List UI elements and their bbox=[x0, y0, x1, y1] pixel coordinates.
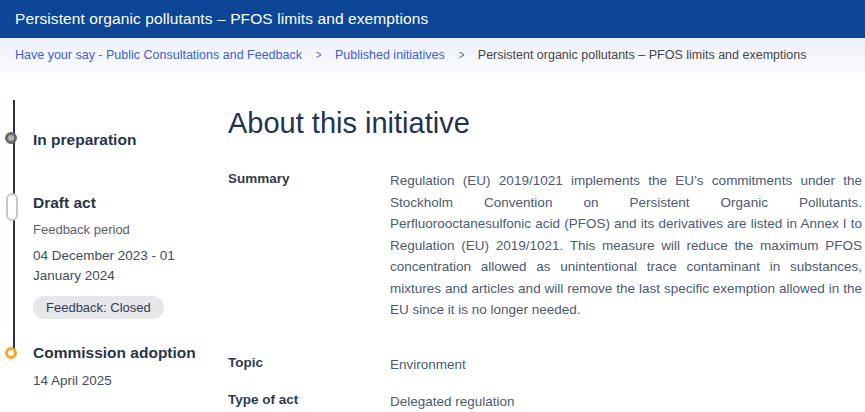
field-label: Topic bbox=[228, 354, 390, 376]
timeline-marker-draft-act-icon bbox=[6, 193, 18, 221]
breadcrumb-current-page: Persistent organic pollutants – PFOS lim… bbox=[478, 48, 807, 62]
stage-dates: 04 December 2023 - 01 January 2024 bbox=[33, 246, 205, 286]
field-row-type-of-act: Type of act Delegated regulation bbox=[228, 391, 862, 412]
summary-text: Regulation (EU) 2019/1021 implements the… bbox=[390, 170, 862, 321]
stage-dates: 14 April 2025 bbox=[33, 371, 205, 391]
timeline-marker-in-preparation-icon bbox=[5, 132, 17, 144]
stage-title: Commission adoption bbox=[33, 344, 215, 362]
page-title: Persistent organic pollutants – PFOS lim… bbox=[15, 10, 428, 28]
field-row-summary: Summary Regulation (EU) 2019/1021 implem… bbox=[228, 170, 862, 321]
topic-value: Environment bbox=[390, 354, 862, 376]
stage-title: In preparation bbox=[33, 131, 215, 149]
field-row-topic: Topic Environment bbox=[228, 354, 862, 376]
feedback-status-badge: Feedback: Closed bbox=[33, 296, 164, 319]
timeline-stage-draft-act: Draft act Feedback period 04 December 20… bbox=[33, 194, 215, 319]
timeline-stage-in-preparation: In preparation bbox=[33, 131, 215, 149]
stage-subtitle: Feedback period bbox=[33, 222, 215, 237]
field-label: Type of act bbox=[228, 391, 390, 412]
breadcrumb: Have your say - Public Consultations and… bbox=[0, 38, 865, 72]
type-of-act-value: Delegated regulation bbox=[390, 391, 862, 412]
main-content: About this initiative Summary Regulation… bbox=[228, 104, 862, 412]
breadcrumb-link-have-your-say[interactable]: Have your say - Public Consultations and… bbox=[15, 48, 302, 62]
timeline-stage-commission-adoption: Commission adoption 14 April 2025 bbox=[33, 344, 215, 391]
chevron-right-icon: > bbox=[458, 48, 464, 62]
chevron-right-icon: > bbox=[316, 48, 322, 62]
page-header: Persistent organic pollutants – PFOS lim… bbox=[0, 0, 865, 38]
timeline-marker-commission-adoption-icon bbox=[5, 347, 17, 359]
stage-title: Draft act bbox=[33, 194, 215, 212]
section-title: About this initiative bbox=[228, 104, 862, 142]
page: Persistent organic pollutants – PFOS lim… bbox=[0, 0, 865, 412]
breadcrumb-link-published-initiatives[interactable]: Published initiatives bbox=[335, 48, 445, 62]
field-label: Summary bbox=[228, 170, 390, 321]
